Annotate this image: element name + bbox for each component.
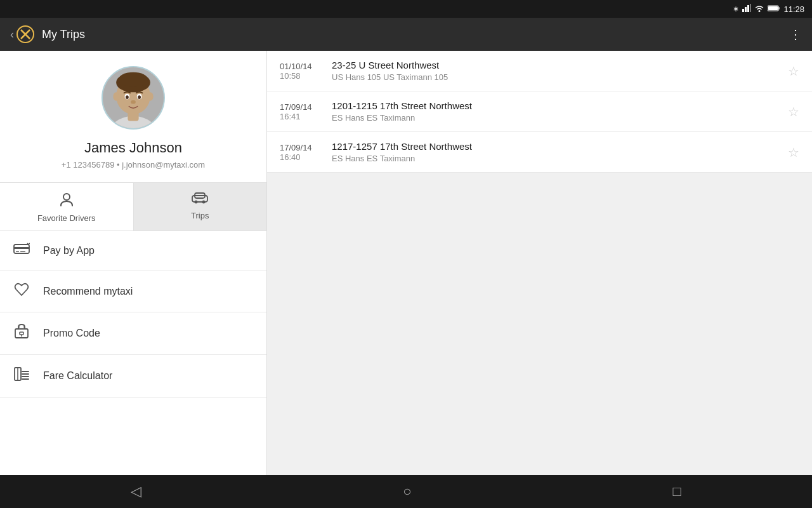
overflow-menu-button[interactable]: ⋮ [789, 27, 802, 42]
tab-favorite-drivers-label: Favorite Drivers [37, 213, 96, 223]
trip-date: 17/09/14 [280, 143, 324, 152]
svg-rect-30 [16, 251, 19, 252]
trip-details: 1201-1215 17th Street Northwest ES Hans … [332, 100, 780, 123]
svg-point-4 [759, 10, 761, 12]
trip-address: 1217-1257 17th Street Northwest [332, 141, 780, 152]
trip-driver: ES Hans ES Taximann [332, 154, 780, 163]
trip-item[interactable]: 17/09/14 16:41 1201-1215 17th Street Nor… [267, 91, 812, 132]
battery-icon [768, 4, 780, 14]
pay-by-app-icon [13, 243, 30, 259]
trip-star-button[interactable]: ☆ [788, 104, 799, 119]
svg-rect-3 [750, 4, 751, 12]
svg-point-23 [63, 194, 70, 200]
profile-phone: +1 123456789 [62, 160, 115, 170]
fare-calculator-label: Fare Calculator [43, 370, 112, 382]
svg-point-18 [126, 95, 129, 99]
svg-rect-0 [742, 9, 744, 12]
bluetooth-icon: ∗ [733, 4, 739, 13]
trip-date-time: 17/09/14 16:41 [280, 102, 324, 121]
trip-time: 16:40 [280, 152, 324, 162]
back-button[interactable]: ‹ [10, 28, 14, 41]
nav-home-button[interactable]: ○ [377, 478, 436, 505]
trip-date-time: 17/09/14 16:40 [280, 143, 324, 162]
nav-back-button[interactable]: ◁ [105, 478, 167, 505]
svg-rect-2 [747, 5, 749, 12]
main-content: James Johnson +1 123456789 • j.johnson@m… [0, 51, 812, 475]
svg-point-27 [202, 201, 206, 204]
svg-rect-6 [768, 6, 778, 10]
status-bar: ∗ 11:28 [0, 0, 812, 18]
svg-point-19 [138, 95, 141, 99]
profile-separator: • [117, 160, 122, 170]
trip-address: 1201-1215 17th Street Northwest [332, 100, 780, 111]
trip-item[interactable]: 17/09/14 16:40 1217-1257 17th Street Nor… [267, 132, 812, 173]
tab-favorite-drivers[interactable]: Favorite Drivers [0, 183, 133, 231]
menu-item-pay-by-app[interactable]: Pay by App [0, 231, 266, 271]
favorite-drivers-icon [58, 190, 75, 211]
menu-list: Pay by App Recommend mytaxi [0, 231, 266, 398]
trip-details: 1217-1257 17th Street Northwest ES Hans … [332, 141, 780, 163]
status-icons: ∗ 11:28 [733, 4, 804, 14]
fare-calculator-icon [13, 366, 30, 385]
avatar [102, 66, 165, 130]
profile-email: j.johnson@mytaxi.com [122, 160, 205, 170]
trips-icon [191, 190, 209, 208]
page-title: My Trips [42, 28, 789, 41]
promo-code-icon [13, 324, 30, 343]
svg-point-21 [113, 92, 119, 100]
tab-trips-label: Trips [191, 211, 209, 220]
svg-point-22 [147, 92, 154, 100]
svg-point-15 [119, 72, 148, 87]
promo-code-label: Promo Code [43, 328, 100, 339]
profile-contact: +1 123456789 • j.johnson@mytaxi.com [62, 160, 205, 170]
tabs-container: Favorite Drivers Trips [0, 183, 266, 231]
wifi-icon [754, 4, 764, 14]
profile-name: James Johnson [84, 140, 182, 156]
trip-time: 10:58 [280, 71, 324, 81]
svg-point-26 [195, 201, 198, 204]
svg-rect-29 [14, 247, 29, 249]
menu-item-promo-code[interactable]: Promo Code [0, 312, 266, 355]
app-logo [16, 25, 34, 43]
svg-rect-7 [778, 7, 780, 10]
menu-item-fare-calculator[interactable]: Fare Calculator [0, 355, 266, 398]
nav-bar: ◁ ○ □ [0, 475, 812, 508]
profile-section: James Johnson +1 123456789 • j.johnson@m… [0, 51, 266, 183]
svg-point-20 [131, 100, 136, 104]
trip-driver: ES Hans ES Taximann [332, 113, 780, 123]
trip-driver: US Hans 105 US Taximann 105 [332, 72, 780, 82]
menu-item-recommend[interactable]: Recommend mytaxi [0, 271, 266, 312]
trip-date: 01/10/14 [280, 62, 324, 71]
svg-rect-1 [745, 7, 747, 12]
signal-icon [742, 4, 751, 14]
svg-rect-33 [20, 332, 23, 335]
trip-address: 23-25 U Street Northwest [332, 60, 780, 70]
status-time: 11:28 [783, 4, 804, 14]
trip-star-button[interactable]: ☆ [788, 145, 799, 160]
trip-date-time: 01/10/14 10:58 [280, 62, 324, 81]
trip-item[interactable]: 01/10/14 10:58 23-25 U Street Northwest … [267, 51, 812, 91]
trip-star-button[interactable]: ☆ [788, 64, 799, 79]
nav-recent-button[interactable]: □ [648, 478, 707, 505]
trip-date: 17/09/14 [280, 102, 324, 112]
app-bar: ‹ My Trips ⋮ [0, 18, 812, 51]
pay-by-app-label: Pay by App [43, 245, 95, 257]
recommend-icon [13, 283, 30, 300]
trip-time: 16:41 [280, 112, 324, 121]
recommend-label: Recommend mytaxi [43, 286, 133, 297]
svg-rect-31 [20, 251, 25, 252]
tab-trips[interactable]: Trips [134, 183, 267, 231]
right-panel: 01/10/14 10:58 23-25 U Street Northwest … [266, 51, 812, 475]
left-panel: James Johnson +1 123456789 • j.johnson@m… [0, 51, 266, 475]
trip-details: 23-25 U Street Northwest US Hans 105 US … [332, 60, 780, 82]
